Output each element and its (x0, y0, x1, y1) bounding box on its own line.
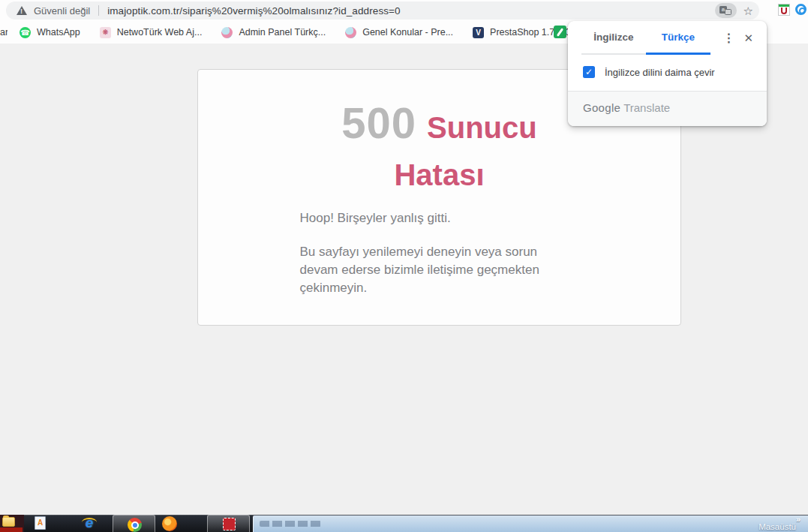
translate-popup-header: İngilizce Türkçe ⋮ ✕ (568, 21, 767, 55)
folder-icon[interactable] (2, 517, 15, 527)
not-secure-warning-icon[interactable] (17, 6, 27, 15)
error-heading-line2: Hatası (198, 160, 680, 190)
error-title-word-2: Hatası (394, 158, 484, 191)
shield-extension-icon[interactable] (778, 4, 790, 16)
always-translate-label: İngilizce dilini daima çevir (605, 67, 715, 78)
bookmark-admin-panel[interactable]: Admin Panel Türkç... (221, 27, 326, 38)
tab-source-language[interactable]: İngilizce (581, 21, 646, 55)
translate-icon-back (725, 9, 731, 15)
internet-explorer-icon[interactable]: e (81, 515, 98, 531)
error-title-word-1: Sunucu (427, 111, 537, 144)
address-bar[interactable]: Güvenli değil imajoptik.com.tr/sipariş%2… (6, 2, 759, 20)
translate-icon[interactable]: a (715, 3, 737, 18)
taskbar-button-text-smudge (260, 521, 321, 527)
error-message-long: Bu sayfayı yenilemeyi deneyin veya sorun… (300, 243, 579, 297)
address-bar-divider (98, 5, 99, 16)
translate-popup-footer: GoogleTranslate (568, 91, 767, 126)
tab-target-language[interactable]: Türkçe (646, 21, 710, 55)
prestashop-icon (345, 27, 356, 38)
google-logo-text: Google (583, 101, 620, 114)
translate-popup-body: ✓ İngilizce dilini daima çevir (568, 55, 767, 91)
bookmark-netwoturk[interactable]: ❊ NetwoTürk Web Aj... (100, 27, 203, 38)
error-message-short: Hoop! Birşeyler yanlış gitti. (300, 209, 579, 227)
close-icon[interactable]: ✕ (739, 32, 758, 45)
green-bookmark-icon[interactable] (554, 26, 566, 38)
red-window-strip (0, 527, 23, 532)
bookmark-label-fragment[interactable]: ar (0, 21, 8, 44)
browser-window: Güvenli değil imajoptik.com.tr/sipariş%2… (0, 0, 808, 532)
bookmark-label: NetwoTürk Web Aj... (117, 27, 203, 38)
chrome-taskbar-button[interactable] (113, 515, 155, 532)
netwoturk-icon: ❊ (100, 27, 111, 38)
url-text[interactable]: imajoptik.com.tr/sipariş%20vermiş%20olma… (107, 5, 401, 17)
bookmark-label: Admin Panel Türkç... (239, 27, 326, 38)
taskbar-glass-area[interactable]: Masaüstü » (253, 515, 808, 532)
browser-toolbar: Güvenli değil imajoptik.com.tr/sipariş%2… (0, 0, 808, 21)
stamp-app-taskbar-button[interactable] (207, 515, 250, 532)
chrome-icon (128, 518, 142, 532)
prestashop-icon (221, 27, 233, 38)
firefox-icon[interactable] (162, 516, 177, 531)
translate-popup: İngilizce Türkçe ⋮ ✕ ✓ İngilizce dilini … (568, 21, 767, 126)
error-messages: Hoop! Birşeyler yanlış gitti. Bu sayfayı… (300, 209, 579, 298)
windows-taskbar: A e Masaüstü » (0, 515, 808, 532)
error-code: 500 (341, 98, 416, 147)
whatsapp-icon: ☎ (20, 27, 31, 38)
bookmark-genel-konular[interactable]: Genel Konular - Pre... (345, 27, 453, 38)
red-stamp-icon (223, 518, 236, 530)
bookmark-star-icon[interactable]: ☆ (743, 4, 753, 19)
options-menu-icon[interactable]: ⋮ (718, 31, 739, 45)
bookmark-whatsapp[interactable]: ☎ WhatsApp (20, 27, 80, 38)
desktop-toolbar-label[interactable]: Masaüstü (758, 522, 796, 531)
translate-brand-text: Translate (623, 101, 670, 114)
forum-v-icon: V (473, 27, 484, 38)
toolbar-overflow-chevron-icon[interactable]: » (796, 515, 800, 524)
bookmark-label: WhatsApp (37, 27, 80, 38)
blue-ring-extension-icon[interactable] (795, 4, 806, 15)
document-app-icon[interactable]: A (35, 516, 46, 530)
always-translate-checkbox[interactable]: ✓ (583, 66, 595, 78)
bookmark-label: Genel Konular - Pre... (362, 27, 453, 38)
shield-glyph (781, 8, 787, 14)
security-status-label[interactable]: Güvenli değil (34, 5, 90, 17)
